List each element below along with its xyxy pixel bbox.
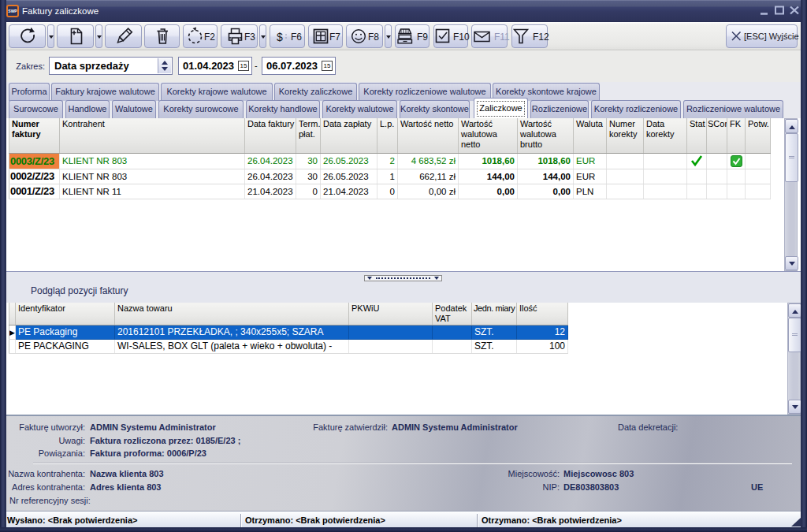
svg-text:$: $	[277, 31, 283, 43]
